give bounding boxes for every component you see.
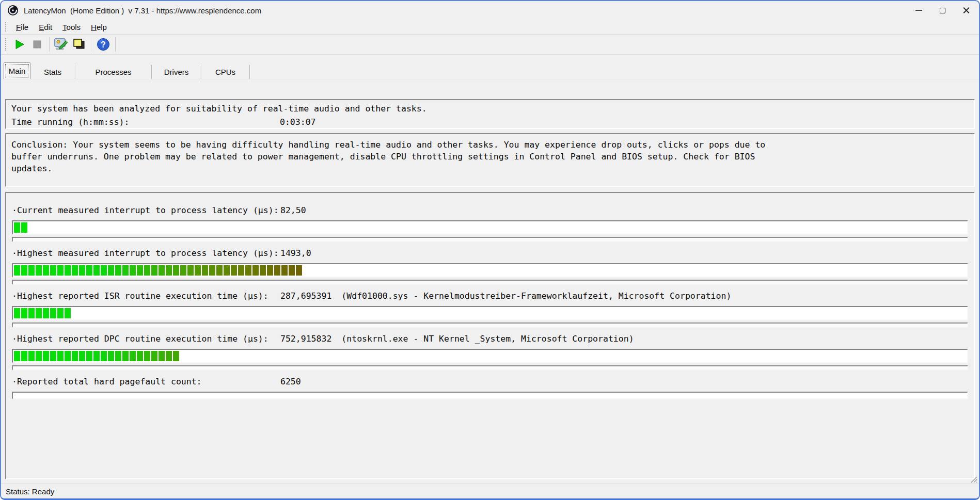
bar-groove xyxy=(12,237,968,242)
bar-segment xyxy=(224,265,230,276)
status-text: Status: Ready xyxy=(6,487,54,496)
metric-row: ·Highest reported DPC routine execution … xyxy=(12,334,968,370)
bar-segment xyxy=(65,265,71,276)
start-monitor-button[interactable] xyxy=(11,36,28,53)
bar-segment xyxy=(50,265,56,276)
help-icon: ? xyxy=(97,38,110,51)
resize-grip-icon[interactable] xyxy=(971,476,977,483)
bar-segment xyxy=(57,351,64,361)
window-title: LatencyMon (Home Edition ) v 7.31 - http… xyxy=(24,6,261,15)
tab-main[interactable]: Main xyxy=(4,62,30,79)
bar-segment xyxy=(79,351,85,361)
bar-segment xyxy=(50,308,56,318)
latency-bar xyxy=(12,263,968,278)
analysis-heading: Your system has been analyzed for suitab… xyxy=(11,102,974,116)
bar-segment xyxy=(130,351,136,361)
bar-segment xyxy=(252,265,259,276)
bar-segment xyxy=(65,351,71,361)
bar-segment xyxy=(115,351,121,361)
bar-segment xyxy=(14,351,20,361)
metric-row: ·Current measured interrupt to process l… xyxy=(12,205,968,242)
bar-segment xyxy=(151,351,157,361)
stop-monitor-button[interactable] xyxy=(28,36,46,53)
tab-cpus[interactable]: CPUs xyxy=(201,65,250,79)
bar-segment xyxy=(115,265,121,276)
copy-pages-icon xyxy=(72,38,86,51)
minimize-button[interactable] xyxy=(907,1,930,20)
bar-segment xyxy=(180,265,186,276)
bar-segment xyxy=(173,265,179,276)
menu-file[interactable]: File xyxy=(11,21,34,33)
toolbar-gripper[interactable] xyxy=(5,38,7,51)
bar-segment xyxy=(36,351,42,361)
report-button[interactable] xyxy=(53,36,70,53)
metric-value: 6250 xyxy=(280,377,301,386)
metric-label: ·Current measured interrupt to process l… xyxy=(12,205,280,215)
menu-edit[interactable]: Edit xyxy=(34,21,57,33)
metric-label: ·Highest reported ISR routine execution … xyxy=(12,291,280,301)
bar-segment xyxy=(187,265,194,276)
stop-icon xyxy=(33,40,42,49)
metrics-box: ·Current measured interrupt to process l… xyxy=(5,192,975,479)
analysis-box: Your system has been analyzed for suitab… xyxy=(5,99,975,129)
bar-segment xyxy=(43,308,49,318)
tab-drivers[interactable]: Drivers xyxy=(152,65,201,79)
bar-segment xyxy=(202,265,208,276)
bar-segment xyxy=(101,265,107,276)
bar-segment xyxy=(122,351,129,361)
tab-processes[interactable]: Processes xyxy=(75,65,152,79)
metric-label: ·Highest reported DPC routine execution … xyxy=(12,334,280,344)
bar-segment xyxy=(72,351,78,361)
bar-segment xyxy=(159,265,165,276)
bar-segment xyxy=(21,351,27,361)
bar-segment xyxy=(108,265,114,276)
title-bar: LatencyMon (Home Edition ) v 7.31 - http… xyxy=(1,1,979,20)
bar-segment xyxy=(14,222,20,233)
bar-segment xyxy=(21,222,27,233)
close-button[interactable] xyxy=(954,1,978,20)
bar-segment xyxy=(274,265,280,276)
maximize-icon xyxy=(940,8,945,13)
bar-segment xyxy=(21,308,27,318)
bar-segment xyxy=(28,265,35,276)
bar-segment xyxy=(86,351,92,361)
bar-segment xyxy=(93,351,100,361)
close-icon xyxy=(963,7,970,14)
bar-segment xyxy=(166,265,172,276)
bar-segment xyxy=(14,308,20,318)
bar-segment xyxy=(108,351,114,361)
metric-value: 752,915832 xyxy=(280,334,331,344)
bar-segment xyxy=(36,265,42,276)
copy-report-button[interactable] xyxy=(70,36,88,53)
bar-segment xyxy=(231,265,237,276)
bar-segment xyxy=(50,351,56,361)
time-running-value: 0:03:07 xyxy=(280,116,316,129)
bar-segment xyxy=(238,265,244,276)
bar-groove xyxy=(12,280,968,285)
bar-segment xyxy=(57,308,64,318)
bar-segment xyxy=(209,265,215,276)
metric-row: ·Highest measured interrupt to process l… xyxy=(12,248,968,285)
help-button[interactable]: ? xyxy=(94,36,112,53)
bar-segment xyxy=(122,265,129,276)
maximize-button[interactable] xyxy=(930,1,954,20)
metric-value: 1493,0 xyxy=(280,248,311,258)
menu-bar: File Edit Tools Help xyxy=(1,20,979,34)
bar-segment xyxy=(289,265,295,276)
menu-tools[interactable]: Tools xyxy=(57,21,86,33)
bar-segment xyxy=(130,265,136,276)
bar-segment xyxy=(14,265,20,276)
bar-segment xyxy=(281,265,288,276)
bar-segment xyxy=(166,351,172,361)
tab-stats[interactable]: Stats xyxy=(30,65,75,79)
menubar-gripper[interactable] xyxy=(5,22,7,31)
status-bar: Status: Ready xyxy=(1,483,979,498)
toolbar-separator xyxy=(49,37,50,52)
bar-segment xyxy=(151,265,157,276)
bar-segment xyxy=(43,351,49,361)
bar-segment xyxy=(43,265,49,276)
bar-segment xyxy=(144,351,150,361)
menu-help[interactable]: Help xyxy=(86,21,112,33)
monitor-pencil-icon xyxy=(54,38,69,51)
bar-segment xyxy=(245,265,251,276)
